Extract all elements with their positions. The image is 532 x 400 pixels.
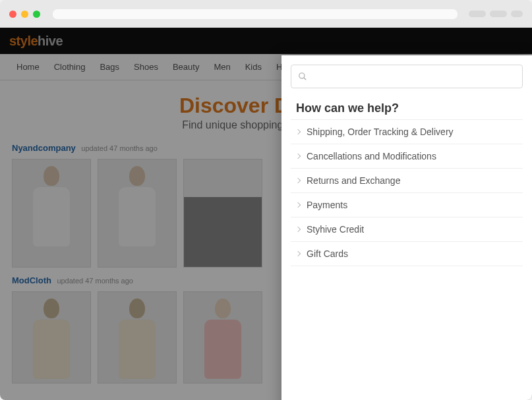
help-search-input[interactable] <box>312 71 516 82</box>
help-item-label: Gift Cards <box>307 248 348 259</box>
help-item-cancellations[interactable]: Cancellations and Modifications <box>291 144 523 169</box>
chrome-button[interactable] <box>490 11 507 17</box>
svg-point-0 <box>299 73 305 78</box>
chrome-button[interactable] <box>511 11 523 17</box>
help-item-shipping[interactable]: Shipping, Order Tracking & Delivery <box>291 120 523 144</box>
chevron-right-icon <box>295 129 301 134</box>
viewport: stylehive Home Clothing Bags Shoes Beaut… <box>0 28 532 400</box>
chrome-buttons <box>469 11 523 17</box>
help-item-payments[interactable]: Payments <box>291 193 523 217</box>
help-item-label: Shipping, Order Tracking & Delivery <box>307 127 454 137</box>
svg-line-1 <box>304 78 307 80</box>
window-close[interactable] <box>9 11 16 18</box>
chevron-right-icon <box>295 227 301 232</box>
help-item-label: Styhive Credit <box>307 224 364 235</box>
help-list: Shipping, Order Tracking & Delivery Canc… <box>291 119 523 266</box>
help-title: How can we help? <box>296 101 523 115</box>
chrome-button[interactable] <box>469 11 486 17</box>
search-icon <box>298 72 307 81</box>
help-item-returns[interactable]: Returns and Exchange <box>291 169 523 193</box>
window-minimize[interactable] <box>21 11 28 18</box>
help-item-credit[interactable]: Styhive Credit <box>291 217 523 242</box>
chevron-right-icon <box>295 154 301 159</box>
help-item-label: Payments <box>307 200 347 210</box>
chevron-right-icon <box>295 178 301 183</box>
help-item-label: Returns and Exchange <box>307 175 400 186</box>
help-panel: How can we help? Shipping, Order Trackin… <box>281 55 532 400</box>
url-bar[interactable] <box>53 9 458 19</box>
browser-chrome <box>0 0 532 28</box>
help-search-box[interactable] <box>291 65 523 88</box>
chevron-right-icon <box>295 202 301 208</box>
window-zoom[interactable] <box>33 11 40 18</box>
help-item-label: Cancellations and Modifications <box>307 151 436 161</box>
chevron-right-icon <box>295 251 301 256</box>
help-item-gift-cards[interactable]: Gift Cards <box>291 242 523 266</box>
